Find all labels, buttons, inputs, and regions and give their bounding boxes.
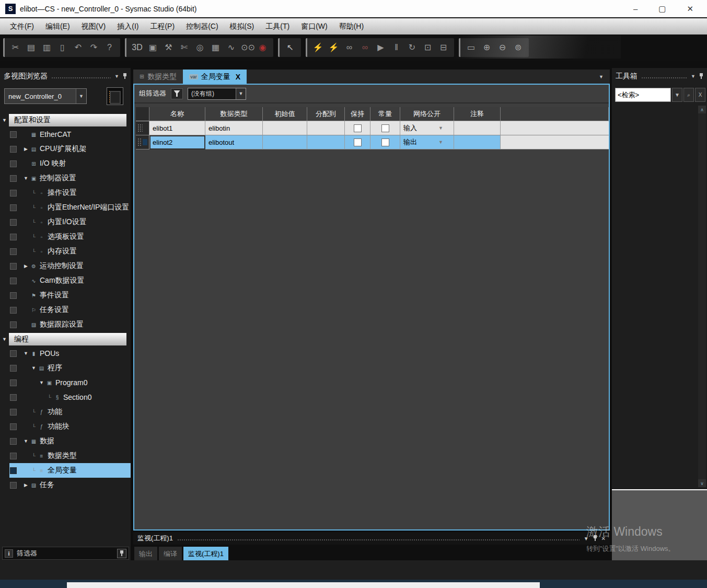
item-status-box[interactable]: [10, 131, 17, 138]
column-header-5[interactable]: 常量: [370, 107, 400, 121]
retain-checkbox[interactable]: [354, 139, 362, 146]
column-header-3[interactable]: 分配到: [307, 107, 345, 121]
collapse-arrow-icon[interactable]: ▼: [0, 337, 9, 342]
data-trace-icon[interactable]: ∿: [225, 41, 237, 54]
edit-pointer-icon[interactable]: ↖: [284, 41, 296, 54]
chevron-down-icon[interactable]: ▼: [236, 88, 246, 99]
panel-collapse-icon[interactable]: ▼: [691, 74, 696, 79]
item-status-box[interactable]: [10, 219, 17, 226]
cell-initial-value[interactable]: [263, 121, 307, 135]
tree-item-1-0[interactable]: ▼▮POUs: [0, 346, 131, 361]
item-status-box[interactable]: [10, 263, 17, 270]
cell-network-publish[interactable]: 输入▼: [400, 121, 454, 135]
cell-name[interactable]: elibot1: [149, 121, 205, 135]
undo-icon[interactable]: ↶: [72, 41, 84, 54]
pin-icon[interactable]: [699, 73, 703, 79]
tree-item-0-10[interactable]: ∿Cam数据设置: [0, 273, 131, 288]
pin-icon[interactable]: [123, 73, 127, 79]
watch-panel-header[interactable]: 监视(工程)1 ▼ ✕: [133, 532, 610, 545]
rebuild-icon[interactable]: ✄: [178, 41, 190, 54]
item-status-box[interactable]: [10, 423, 17, 430]
tree-section-0[interactable]: ▼配置和设置: [0, 113, 131, 127]
search-binoculars-icon[interactable]: ⊙⊙: [241, 41, 253, 54]
item-status-box[interactable]: [10, 482, 17, 489]
cell-retain[interactable]: [345, 121, 370, 135]
cell-initial-value[interactable]: [263, 135, 307, 149]
tab-data-types[interactable]: ⊞ 数据类型: [133, 70, 183, 84]
menu-item-1[interactable]: 编辑(E): [40, 20, 76, 33]
panel-collapse-icon[interactable]: ▼: [114, 74, 119, 79]
cell-retain[interactable]: [345, 135, 370, 149]
tree-item-1-9[interactable]: ▶▨任务: [0, 478, 131, 492]
funnel-filter-button[interactable]: [171, 88, 183, 99]
menu-item-8[interactable]: 窗口(W): [295, 20, 333, 33]
cell-data-type[interactable]: elibotout: [205, 135, 263, 149]
row-handle[interactable]: [136, 135, 149, 149]
tree-item-0-9[interactable]: ▶⚙运动控制设置: [0, 259, 131, 273]
panel-close-icon[interactable]: ✕: [601, 536, 606, 541]
scroll-up-icon[interactable]: ∧: [698, 106, 706, 113]
column-header-0[interactable]: 名称: [149, 107, 205, 121]
expand-arrow-icon[interactable]: ▶: [22, 263, 30, 269]
column-header-1[interactable]: 数据类型: [205, 107, 263, 121]
cell-constant[interactable]: [370, 135, 400, 149]
redo-icon[interactable]: ↷: [88, 41, 100, 54]
column-header-6[interactable]: 网络公开: [400, 107, 454, 121]
scroll-down-icon[interactable]: ∨: [698, 479, 706, 487]
column-header-7[interactable]: 注释: [454, 107, 501, 121]
delete-icon[interactable]: ▯: [56, 41, 68, 54]
cell-constant[interactable]: [370, 121, 400, 135]
cell-comment[interactable]: [454, 121, 501, 135]
tree-item-0-13[interactable]: ▨数据跟踪设置: [0, 317, 131, 332]
transfer-to-controller-icon[interactable]: ⊡: [422, 41, 434, 54]
item-status-box[interactable]: [10, 204, 17, 211]
tree-item-0-6[interactable]: └▫内置I/O设置: [0, 215, 131, 229]
tree-item-1-6[interactable]: ▼▦数据: [0, 434, 131, 448]
copy-icon[interactable]: ▤: [25, 41, 37, 54]
online-warning-icon[interactable]: ⚡: [312, 41, 324, 54]
filter-bar[interactable]: i 筛选器: [2, 547, 129, 560]
item-status-box[interactable]: [10, 467, 17, 474]
expand-arrow-icon[interactable]: ▼: [22, 439, 30, 444]
tree-item-1-7[interactable]: └≡数据类型: [0, 448, 131, 463]
menu-item-5[interactable]: 控制器(C): [180, 20, 224, 33]
tree-item-1-2[interactable]: ▼▣Program0: [0, 375, 131, 390]
tree-item-0-2[interactable]: ⊞I/O 映射: [0, 156, 131, 171]
tree-item-1-1[interactable]: ▼▤程序: [0, 361, 131, 375]
tab-close-icon[interactable]: X: [236, 73, 240, 81]
collapse-arrow-icon[interactable]: ▼: [0, 118, 9, 123]
cell-at[interactable]: [307, 135, 345, 149]
pause-icon[interactable]: ‖: [390, 41, 402, 54]
item-status-box[interactable]: [10, 365, 17, 372]
close-button[interactable]: ✕: [687, 4, 693, 14]
expand-arrow-icon[interactable]: ▼: [22, 176, 30, 181]
tree-item-0-1[interactable]: ▶▤CPU/扩展机架: [0, 142, 131, 156]
tree-item-0-7[interactable]: └▫选项板设置: [0, 229, 131, 244]
build-icon[interactable]: ⚒: [163, 41, 175, 54]
monitor-glasses-icon[interactable]: ∞: [343, 41, 355, 54]
tab-global-variables[interactable]: var 全局变量 X: [183, 70, 247, 84]
item-status-box[interactable]: [10, 248, 17, 255]
menu-item-6[interactable]: 模拟(S): [224, 20, 260, 33]
expand-arrow-icon[interactable]: ▼: [30, 365, 38, 371]
bottom-tab-2[interactable]: 监视(工程)1: [183, 547, 228, 561]
tree-item-1-4[interactable]: └ƒ功能: [0, 405, 131, 419]
bottom-tab-1[interactable]: 编译: [159, 547, 182, 561]
3d-view-icon[interactable]: 3D: [131, 41, 143, 54]
panel-collapse-icon[interactable]: ▼: [584, 536, 589, 541]
row-handle[interactable]: [136, 121, 149, 135]
group-filter-select[interactable]: (没有组) ▼: [188, 88, 246, 100]
expand-arrow-icon[interactable]: ▶: [22, 146, 30, 152]
column-header-4[interactable]: 保持: [345, 107, 370, 121]
toolbox-search-input[interactable]: [615, 88, 671, 102]
item-status-box[interactable]: [10, 278, 17, 284]
cell-data-type[interactable]: elibotin: [205, 121, 263, 135]
chevron-down-icon[interactable]: ▼: [76, 89, 86, 103]
menu-item-7[interactable]: 工具(T): [260, 20, 295, 33]
item-status-box[interactable]: [10, 321, 17, 328]
item-status-box[interactable]: [10, 292, 17, 299]
cut-icon[interactable]: ✂: [9, 41, 21, 54]
variable-row-0[interactable]: elibot1elibotin输入▼: [136, 121, 609, 135]
constant-checkbox[interactable]: [381, 139, 389, 146]
cell-network-publish[interactable]: 输出▼: [400, 135, 454, 149]
